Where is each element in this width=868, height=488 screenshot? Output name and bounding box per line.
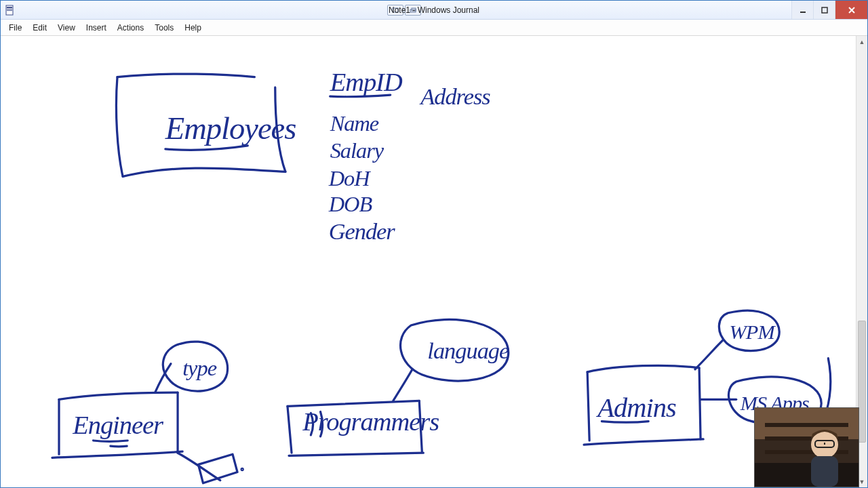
attr-gender: Gender bbox=[329, 218, 396, 244]
minimize-button[interactable] bbox=[791, 1, 813, 19]
employees-label: Employees bbox=[165, 111, 296, 146]
titlebar[interactable]: Note1 - Windows Journal bbox=[1, 1, 867, 20]
admins-label: Admins bbox=[595, 392, 676, 423]
menu-help[interactable]: Help bbox=[179, 20, 207, 35]
attr-doh: DoH bbox=[328, 166, 372, 190]
attr-dob: DOB bbox=[328, 192, 373, 216]
menubar: File Edit View Insert Actions Tools Help bbox=[1, 20, 867, 36]
window-title: Note1 - Windows Journal bbox=[1, 5, 867, 15]
svg-rect-2 bbox=[7, 9, 12, 9]
attr-name: Name bbox=[330, 111, 379, 136]
client-area: Employees EmpID Address Name Salary DoH … bbox=[1, 36, 867, 487]
engineer-type-label: type bbox=[182, 356, 216, 380]
employees-entity: Employees bbox=[116, 74, 296, 176]
journal-canvas[interactable]: Employees EmpID Address Name Salary DoH … bbox=[1, 36, 867, 488]
svg-rect-4 bbox=[393, 8, 398, 12]
menu-file[interactable]: File bbox=[3, 20, 27, 35]
engineer-entity: Engineer type bbox=[52, 342, 243, 483]
svg-rect-3 bbox=[7, 10, 12, 11]
attr-empid: EmpID bbox=[330, 68, 403, 96]
engineer-label: Engineer bbox=[72, 411, 164, 439]
menu-view[interactable]: View bbox=[52, 20, 81, 35]
programmers-language-label: language bbox=[427, 338, 509, 363]
menu-actions[interactable]: Actions bbox=[112, 20, 149, 35]
app-icon bbox=[5, 5, 16, 16]
app-window: Note1 - Windows Journal File Edit View I… bbox=[0, 0, 868, 488]
svg-point-11 bbox=[241, 468, 243, 470]
svg-rect-13 bbox=[811, 456, 838, 487]
win-help-button-2[interactable] bbox=[405, 5, 421, 16]
menu-insert[interactable]: Insert bbox=[81, 20, 112, 35]
menu-tools[interactable]: Tools bbox=[149, 20, 179, 35]
scroll-up-arrow[interactable]: ▲ bbox=[856, 36, 867, 47]
person-icon bbox=[797, 419, 852, 487]
win-help-button-1[interactable] bbox=[387, 5, 403, 16]
close-button[interactable] bbox=[835, 1, 867, 19]
maximize-button[interactable] bbox=[813, 1, 835, 19]
svg-rect-1 bbox=[7, 7, 12, 8]
attr-address: Address bbox=[419, 83, 490, 109]
employee-attributes: EmpID Address Name Salary DoH DOB Gender bbox=[328, 68, 491, 244]
admins-wpm-label: WPM bbox=[730, 321, 776, 344]
webcam-overlay bbox=[754, 407, 859, 487]
attr-salary: Salary bbox=[330, 138, 384, 163]
menu-edit[interactable]: Edit bbox=[27, 20, 52, 35]
programmers-entity: Programmers language bbox=[288, 319, 509, 455]
svg-rect-8 bbox=[822, 7, 827, 13]
